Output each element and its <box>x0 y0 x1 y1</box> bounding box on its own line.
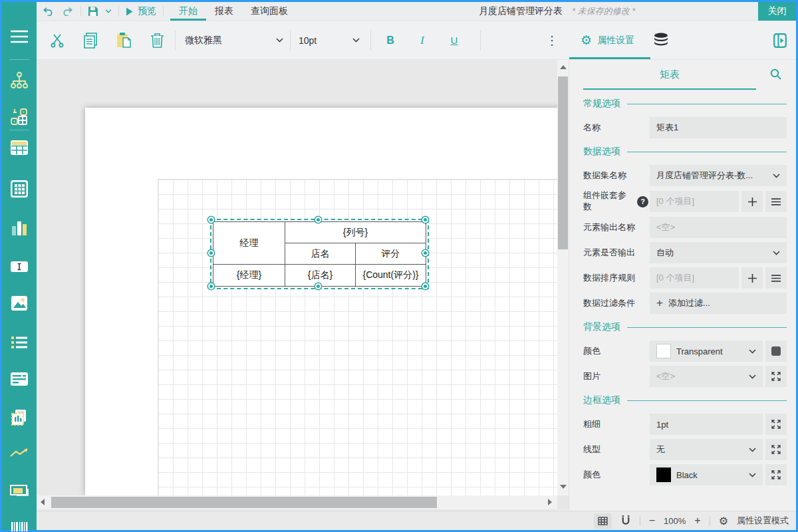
add-nested-param-button[interactable] <box>741 191 763 212</box>
barcode-icon[interactable] <box>11 522 28 531</box>
cut-button[interactable] <box>50 33 65 48</box>
collapse-panel-button[interactable] <box>773 21 787 59</box>
matrix-cell-value-a[interactable]: {店名} <box>285 265 356 287</box>
more-options-button[interactable]: ⋮ <box>546 21 558 59</box>
sparkline-icon[interactable] <box>10 448 29 458</box>
resize-handle-bottom-left[interactable] <box>208 283 214 289</box>
save-button[interactable] <box>88 2 98 21</box>
nested-params-list[interactable]: [0 个项目] <box>650 191 739 212</box>
textbox-icon[interactable] <box>10 261 29 273</box>
scroll-right-arrow[interactable] <box>548 499 552 505</box>
search-properties-button[interactable] <box>770 68 781 82</box>
list-menu-icon <box>771 275 781 282</box>
scroll-left-arrow[interactable] <box>41 499 45 505</box>
panel-icon[interactable] <box>10 485 29 497</box>
properties-settings-tab[interactable]: ⚙ 属性设置 <box>581 21 634 59</box>
border-style-select[interactable]: 无 <box>650 439 763 460</box>
vertical-scrollbar[interactable] <box>557 60 569 495</box>
matrix-cell-col-b[interactable]: 评分 <box>356 243 426 265</box>
image-icon[interactable] <box>11 295 28 311</box>
border-style-expand-button[interactable] <box>765 439 787 460</box>
zoom-in-button[interactable]: + <box>694 515 700 527</box>
resize-handle-top-right[interactable] <box>422 217 428 223</box>
horizontal-scrollbar[interactable] <box>37 495 557 509</box>
report-page[interactable] <box>85 108 557 495</box>
bg-image-select[interactable]: <空> <box>650 366 763 387</box>
bg-color-select[interactable]: Transparent <box>650 340 763 362</box>
menu-icon[interactable] <box>11 30 28 43</box>
subreport-icon[interactable] <box>11 409 28 426</box>
components-icon[interactable] <box>11 108 28 126</box>
resize-handle-middle-left[interactable] <box>208 250 214 256</box>
resize-handle-bottom-right[interactable] <box>422 283 428 289</box>
matrix-cell-col-a[interactable]: 店名 <box>285 243 356 265</box>
copy-button[interactable] <box>83 33 98 49</box>
settings-gear-icon[interactable]: ⚙ <box>719 515 728 527</box>
matrix-icon[interactable] <box>11 180 28 198</box>
underline-button[interactable]: U <box>446 35 463 46</box>
snap-magnet-button[interactable] <box>620 515 631 526</box>
name-input[interactable]: 矩表1 <box>650 117 787 138</box>
font-size-select[interactable]: 10pt <box>299 30 360 51</box>
preview-button[interactable]: 预览 <box>126 2 156 21</box>
undo-button[interactable] <box>42 2 53 21</box>
tab-report[interactable]: 报表 <box>206 2 242 21</box>
chart-icon[interactable] <box>11 220 28 236</box>
property-label: 组件嵌套参数 <box>583 190 634 213</box>
horizontal-scroll-thumb[interactable] <box>51 497 437 508</box>
matrix-component[interactable]: 经理 {列号} 店名 评分 {经理} {店名} {Count(评分)} <box>213 221 426 287</box>
section-general: 常规选项 <box>583 97 787 110</box>
bg-color-picker-button[interactable] <box>765 340 787 362</box>
font-family-select[interactable]: 微软雅黑 <box>185 30 283 51</box>
chevron-down-icon <box>352 38 360 43</box>
table-icon[interactable] <box>10 140 29 156</box>
sort-rules-list[interactable]: [0 个项目] <box>650 267 739 289</box>
bold-button[interactable]: B <box>382 35 399 47</box>
nested-param-menu-button[interactable] <box>765 191 787 212</box>
output-mode-select[interactable]: 自动 <box>650 242 787 263</box>
italic-button[interactable]: I <box>414 35 431 47</box>
scroll-up-arrow[interactable] <box>560 65 567 69</box>
border-width-expand-button[interactable] <box>765 414 787 435</box>
zoom-out-button[interactable]: − <box>649 515 655 527</box>
toggle-grid-button[interactable] <box>594 513 612 529</box>
border-width-input[interactable]: 1pt <box>650 414 763 435</box>
matrix-cell-value-b[interactable]: {Count(评分)} <box>356 265 426 287</box>
vertical-scroll-thumb[interactable] <box>558 76 568 249</box>
close-button[interactable]: 关闭 <box>758 2 796 21</box>
resize-handle-top-center[interactable] <box>315 217 321 223</box>
border-color-select[interactable]: Black <box>650 464 763 485</box>
data-source-button[interactable] <box>654 21 668 59</box>
add-sort-rule-button[interactable] <box>741 267 763 289</box>
matrix-cell-row-field[interactable]: {经理} <box>213 265 285 287</box>
divider <box>370 31 371 51</box>
list-icon[interactable] <box>11 336 28 349</box>
resize-handle-middle-right[interactable] <box>422 250 428 256</box>
design-canvas[interactable]: 经理 {列号} 店名 评分 {经理} {店名} {Count(评分)} <box>37 60 557 511</box>
save-dropdown-chevron-icon[interactable] <box>105 2 112 21</box>
help-icon[interactable]: ? <box>637 196 648 207</box>
resize-handle-bottom-center[interactable] <box>315 283 321 289</box>
property-label: 元素是否输出 <box>583 247 650 259</box>
font-size-value: 10pt <box>299 35 317 46</box>
matrix-cell-row-header[interactable]: 经理 <box>213 222 285 265</box>
add-filter-button[interactable]: + 添加过滤... <box>650 293 787 314</box>
scroll-down-arrow[interactable] <box>560 485 567 489</box>
properties-mode-label[interactable]: 属性设置模式 <box>737 515 789 527</box>
tab-start[interactable]: 开始 <box>170 2 206 21</box>
dataset-select[interactable]: 月度店铺管理评分表-数... <box>650 165 787 186</box>
sort-rule-menu-button[interactable] <box>765 267 787 289</box>
paste-button[interactable] <box>116 32 132 49</box>
tab-query-panel[interactable]: 查询面板 <box>242 2 297 21</box>
redo-button[interactable] <box>63 2 74 21</box>
zoom-level[interactable]: 100% <box>664 516 686 526</box>
matrix-cell-column-group[interactable]: {列号} <box>285 222 426 243</box>
output-name-input[interactable]: <空> <box>650 217 787 238</box>
matrix-table: 经理 {列号} 店名 评分 {经理} {店名} {Count(评分)} <box>213 221 426 287</box>
resize-handle-top-left[interactable] <box>208 217 214 223</box>
sitemap-icon[interactable] <box>11 72 28 89</box>
bg-image-expand-button[interactable] <box>765 366 787 387</box>
delete-button[interactable] <box>150 33 164 49</box>
richtext-icon[interactable] <box>10 372 29 386</box>
border-color-expand-button[interactable] <box>765 464 787 485</box>
